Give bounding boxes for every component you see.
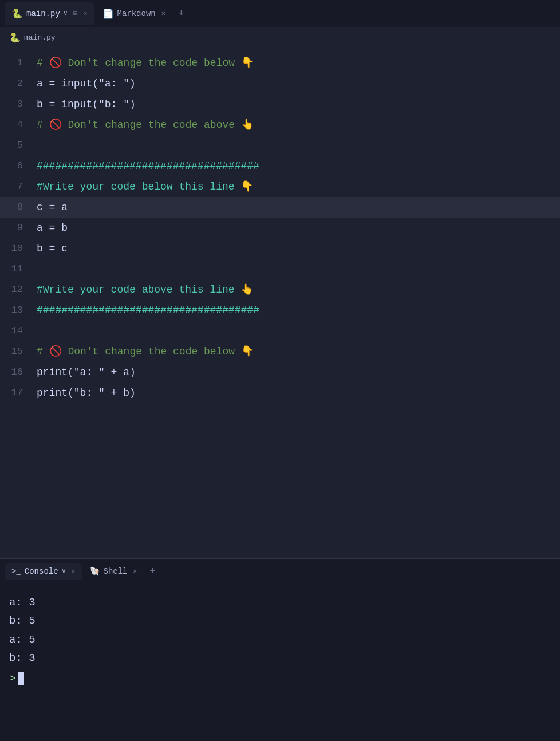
line-content[interactable]: c = a xyxy=(32,197,68,218)
python-icon: 🐍 xyxy=(11,8,23,19)
code-token: print("a: " + a) xyxy=(37,366,136,378)
line-number: 2 xyxy=(0,73,32,94)
console-chevron-icon[interactable]: ∨ xyxy=(62,567,66,576)
tab-main-py-menu-icon[interactable]: ⊟ xyxy=(73,9,77,18)
line-content[interactable]: a = b xyxy=(32,218,68,238)
code-token: #Write your code below this line 👇 xyxy=(37,181,253,192)
code-line: 12#Write your code above this line 👆 xyxy=(0,279,560,300)
code-line: 6#################################### xyxy=(0,156,560,176)
console-section: >_ Console ∨ ✕ 🐚 Shell ✕ + a: 3b: 5a: 5b… xyxy=(0,558,560,741)
line-content[interactable]: # 🚫 Don't change the code below 👇 xyxy=(32,341,254,362)
console-line: b: 3 xyxy=(9,649,551,667)
line-content[interactable] xyxy=(32,135,43,156)
console-tab-shell-close[interactable]: ✕ xyxy=(133,567,137,575)
code-line: 11 xyxy=(0,259,560,279)
line-number: 5 xyxy=(0,135,32,156)
code-token: #Write your code above this line 👆 xyxy=(37,284,253,295)
code-line: 3b = input("b: ") xyxy=(0,94,560,115)
markdown-icon: 📄 xyxy=(102,8,114,19)
code-token: a = input("a: ") xyxy=(37,78,136,89)
code-token: #################################### xyxy=(37,305,259,316)
tab-markdown[interactable]: 📄 Markdown ✕ xyxy=(96,2,172,25)
console-line: b: 5 xyxy=(9,612,551,630)
line-content[interactable]: #################################### xyxy=(32,156,259,176)
line-content[interactable]: # 🚫 Don't change the code below 👇 xyxy=(32,53,254,73)
code-token: b = input("b: ") xyxy=(37,98,136,110)
line-number: 12 xyxy=(0,279,32,300)
code-line: 5 xyxy=(0,135,560,156)
code-line: 14 xyxy=(0,321,560,341)
console-new-tab-button[interactable]: + xyxy=(145,563,160,580)
console-tab-console-close[interactable]: ✕ xyxy=(72,567,76,575)
tab-main-py-close[interactable]: ✕ xyxy=(83,9,87,18)
line-number: 11 xyxy=(0,259,32,279)
code-line: 8c = a xyxy=(0,197,560,218)
line-content[interactable]: # 🚫 Don't change the code above 👆 xyxy=(32,115,254,135)
code-line: 17print("b: " + b) xyxy=(0,383,560,403)
line-content[interactable]: b = input("b: ") xyxy=(32,94,136,115)
line-number: 4 xyxy=(0,115,32,135)
code-token: a = b xyxy=(37,222,68,234)
tab-markdown-close[interactable]: ✕ xyxy=(161,9,165,18)
line-number: 3 xyxy=(0,94,32,115)
console-tab-console-label: Console xyxy=(25,567,58,576)
code-token: #################################### xyxy=(37,160,259,172)
code-line: 9a = b xyxy=(0,218,560,238)
breadcrumb-python-icon: 🐍 xyxy=(9,32,21,44)
code-token: # 🚫 Don't change the code below 👇 xyxy=(37,57,254,69)
code-token: b = c xyxy=(37,243,68,254)
line-content[interactable]: print("a: " + a) xyxy=(32,362,136,383)
console-prompt: > xyxy=(9,669,551,688)
tab-main-py-label: main.py xyxy=(26,9,60,18)
code-line: 13#################################### xyxy=(0,300,560,321)
console-tab-shell[interactable]: 🐚 Shell ✕ xyxy=(83,563,144,580)
line-content[interactable]: #Write your code above this line 👆 xyxy=(32,279,253,300)
code-token: print("b: " + b) xyxy=(37,387,136,399)
line-content[interactable]: #Write your code below this line 👇 xyxy=(32,176,253,197)
code-token: # 🚫 Don't change the code below 👇 xyxy=(37,346,254,357)
code-line: 7#Write your code below this line 👇 xyxy=(0,176,560,197)
console-icon: >_ xyxy=(11,567,21,576)
shell-icon: 🐚 xyxy=(90,566,100,576)
editor[interactable]: 1# 🚫 Don't change the code below 👇2a = i… xyxy=(0,48,560,558)
line-content[interactable] xyxy=(32,321,43,341)
prompt-symbol: > xyxy=(9,669,15,688)
line-number: 10 xyxy=(0,238,32,259)
console-line: a: 5 xyxy=(9,630,551,649)
line-number: 13 xyxy=(0,300,32,321)
code-line: 2a = input("a: ") xyxy=(0,73,560,94)
line-content[interactable]: #################################### xyxy=(32,300,259,321)
line-number: 16 xyxy=(0,362,32,383)
line-number: 6 xyxy=(0,156,32,176)
console-line: a: 3 xyxy=(9,593,551,612)
console-tab-bar: >_ Console ∨ ✕ 🐚 Shell ✕ + xyxy=(0,559,560,584)
line-number: 15 xyxy=(0,341,32,362)
breadcrumb: 🐍 main.py xyxy=(0,27,560,48)
tab-main-py[interactable]: 🐍 main.py ∨ ⊟ ✕ xyxy=(5,2,94,25)
line-number: 8 xyxy=(0,197,32,218)
breadcrumb-filename: main.py xyxy=(24,33,56,42)
line-number: 17 xyxy=(0,383,32,403)
tab-markdown-label: Markdown xyxy=(117,9,156,18)
line-content[interactable]: print("b: " + b) xyxy=(32,383,136,403)
line-number: 1 xyxy=(0,53,32,73)
line-content[interactable]: a = input("a: ") xyxy=(32,73,136,94)
line-number: 7 xyxy=(0,176,32,197)
code-line: 4# 🚫 Don't change the code above 👆 xyxy=(0,115,560,135)
chevron-down-icon[interactable]: ∨ xyxy=(64,9,68,18)
code-token: # 🚫 Don't change the code above 👆 xyxy=(37,119,254,131)
console-tab-console[interactable]: >_ Console ∨ ✕ xyxy=(5,563,82,580)
tab-bar: 🐍 main.py ∨ ⊟ ✕ 📄 Markdown ✕ + xyxy=(0,0,560,27)
line-number: 14 xyxy=(0,321,32,341)
line-content[interactable] xyxy=(32,259,43,279)
code-line: 16print("a: " + a) xyxy=(0,362,560,383)
console-output: a: 3b: 5a: 5b: 3> xyxy=(0,584,560,697)
code-token: c = a xyxy=(37,202,68,213)
code-line: 10b = c xyxy=(0,238,560,259)
cursor xyxy=(18,672,24,685)
line-content[interactable]: b = c xyxy=(32,238,68,259)
new-tab-button[interactable]: + xyxy=(173,6,189,22)
code-line: 15# 🚫 Don't change the code below 👇 xyxy=(0,341,560,362)
code-line: 1# 🚫 Don't change the code below 👇 xyxy=(0,53,560,73)
line-number: 9 xyxy=(0,218,32,238)
